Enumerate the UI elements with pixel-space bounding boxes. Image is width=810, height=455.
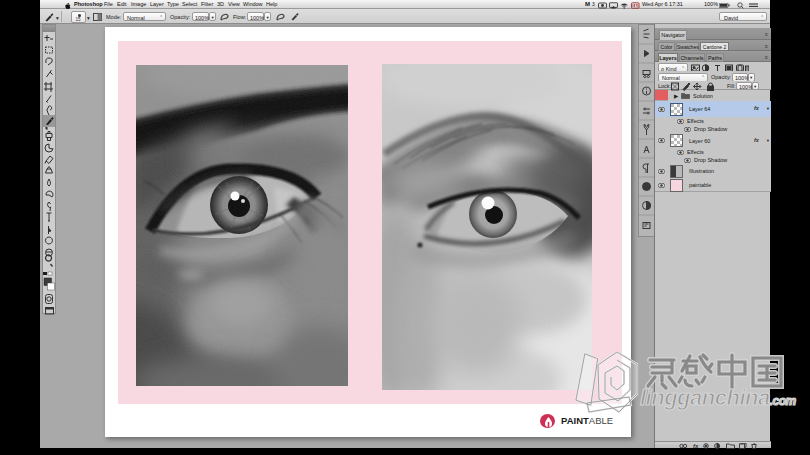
- svg-text:fx: fx: [693, 443, 699, 449]
